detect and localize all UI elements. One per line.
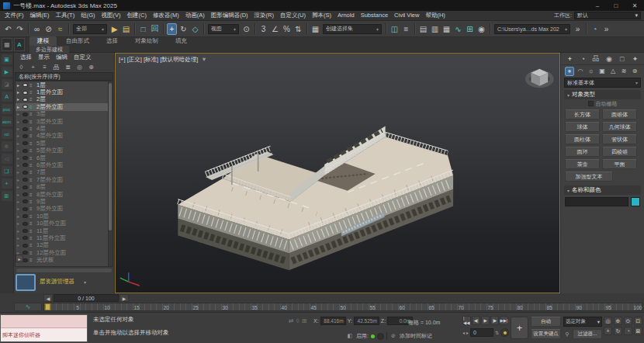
layer-row-4层外立面[interactable]: ▸≡4层外立面 xyxy=(16,133,113,140)
object-button-加强型文本[interactable]: 加强型文本 xyxy=(565,172,613,182)
expand-arrow-icon[interactable]: ▸ xyxy=(17,163,21,168)
layer-row-1层[interactable]: ▸≡1层 xyxy=(16,81,113,88)
orbit-icon[interactable]: ↻ xyxy=(614,327,622,335)
menu-动画(A)[interactable]: 动画(A) xyxy=(182,12,208,19)
expand-arrow-icon[interactable]: ▸ xyxy=(17,185,21,189)
expand-arrow-icon[interactable]: ▸ xyxy=(17,83,21,88)
visibility-eye-icon[interactable] xyxy=(23,113,28,116)
unlink-selection-icon[interactable]: ⊘ xyxy=(43,23,54,35)
expand-arrow-icon[interactable]: ▸ xyxy=(17,214,21,219)
category-lights[interactable]: ☼ xyxy=(587,67,596,76)
menu-Arnold[interactable]: Arnold xyxy=(334,12,358,19)
atom-add-strip-icon[interactable]: atom xyxy=(2,116,12,126)
tab-display[interactable]: □ xyxy=(617,54,627,64)
percent-snap-icon[interactable]: % xyxy=(282,23,292,35)
frame-forward-button[interactable]: ▶ xyxy=(119,294,129,302)
visibility-eye-icon[interactable] xyxy=(23,258,28,262)
menu-工具(T)[interactable]: 工具(T) xyxy=(53,12,78,19)
undo-icon[interactable]: ↶ xyxy=(3,23,13,35)
tab-hierarchy[interactable]: 品 xyxy=(591,54,601,64)
minimize-button[interactable]: – xyxy=(588,0,607,11)
spinner-snap-icon[interactable]: ⇅ xyxy=(293,23,303,35)
viewport-label[interactable]: [+] [正交] [标准] [默认明暗处理] ▼ xyxy=(119,56,207,64)
layer-row-9层[interactable]: ▸≡9层 xyxy=(16,198,113,205)
explorer-settings-icon[interactable]: ⊕ xyxy=(87,63,95,71)
visibility-eye-icon[interactable] xyxy=(23,222,28,226)
explorer-expand-button[interactable]: ▸ xyxy=(16,255,23,262)
object-type-rollout[interactable]: ▾ 对象类型 xyxy=(564,90,641,99)
mirror-icon[interactable]: ◫ xyxy=(390,23,400,35)
object-button-几何球体[interactable]: 几何球体 xyxy=(602,122,637,132)
explorer-menu-编辑[interactable]: 编辑 xyxy=(53,54,71,61)
align-icon[interactable]: ≡ xyxy=(401,23,411,35)
zoom-icon[interactable]: ◎ xyxy=(604,317,612,325)
autodesk-a-icon[interactable]: A xyxy=(14,38,25,51)
ribbon-tab-对象绘制[interactable]: 对象绘制 xyxy=(127,36,166,46)
select-and-link-icon[interactable]: ∞ xyxy=(32,23,42,35)
render-setup-icon[interactable]: ◔ xyxy=(590,23,600,35)
location-marker-strip-icon[interactable]: A xyxy=(2,92,12,102)
named-selection-sets-dropdown[interactable]: 创建选择集▾ xyxy=(323,24,382,34)
tab-motion[interactable]: ◉ xyxy=(604,54,614,64)
visibility-eye-icon[interactable] xyxy=(23,214,28,218)
category-cameras[interactable]: ▣ xyxy=(597,67,607,76)
visibility-eye-icon[interactable] xyxy=(23,178,28,182)
expand-arrow-icon[interactable]: ▸ xyxy=(17,97,21,102)
add-time-tag[interactable]: 添加时间标记 xyxy=(400,332,432,340)
maximize-viewport-toggle-icon[interactable]: ⊠ xyxy=(634,327,642,335)
time-tag-icon[interactable]: ◧ xyxy=(346,331,354,341)
menu-视图(V)[interactable]: 视图(V) xyxy=(99,12,124,19)
menu-文件(F)[interactable]: 文件(F) xyxy=(2,12,27,19)
vol-add-strip-icon[interactable]: vol xyxy=(2,129,12,139)
layer-row-2层[interactable]: ▸≡2层 xyxy=(16,96,113,103)
maxscript-mini-listener[interactable]: 脚本迷你侦听器 xyxy=(0,314,88,342)
ribbon-tab-自由形式[interactable]: 自由形式 xyxy=(58,36,97,46)
current-frame-field[interactable]: 0 xyxy=(470,328,493,337)
tab-modify[interactable]: ◔ xyxy=(578,54,588,64)
zoom-extents-icon[interactable]: ⊙ xyxy=(624,317,632,325)
primitive-category-dropdown[interactable]: 标准基本体 ▾ xyxy=(564,78,641,88)
object-button-圆环[interactable]: 圆环 xyxy=(565,147,600,157)
ribbon-subtab-polygon-modeling[interactable]: 多边形建模 xyxy=(29,46,69,53)
explorer-menu-自定义[interactable]: 自定义 xyxy=(71,54,95,61)
frame-spinner-arrows[interactable]: ⇅ xyxy=(495,330,499,335)
expand-arrow-icon[interactable]: ▸ xyxy=(17,120,21,124)
viewport-label-text[interactable]: [+] [正交] [标准] [默认明暗处理] xyxy=(119,56,198,64)
menu-Civil View[interactable]: Civil View xyxy=(391,12,422,19)
visibility-eye-icon[interactable] xyxy=(23,199,28,203)
funnel-icon[interactable]: ▼ xyxy=(201,56,206,64)
explorer-menu-显示[interactable]: 显示 xyxy=(35,54,53,61)
set-key-button[interactable]: 设置关键点 xyxy=(531,329,561,339)
sort-layers-icon[interactable]: ≣ xyxy=(64,63,72,71)
object-button-长方体[interactable]: 长方体 xyxy=(565,109,600,120)
layer-row-12层[interactable]: ▸≡12层 xyxy=(16,242,113,249)
menu-图形编辑器(D)[interactable]: 图形编辑器(D) xyxy=(208,12,251,19)
name-color-rollout[interactable]: ▾ 名称和颜色 xyxy=(564,185,641,195)
category-systems[interactable]: ⊛ xyxy=(630,67,639,76)
toggle-layer-explorer-icon[interactable]: ▥ xyxy=(430,23,440,35)
layer-row-10层[interactable]: ▸≡10层 xyxy=(16,213,113,220)
layer-row-光伏板[interactable]: ▸≡光伏板 xyxy=(16,256,113,263)
visibility-eye-icon[interactable] xyxy=(23,207,28,211)
bind-to-space-warp-icon[interactable]: ≈ xyxy=(55,23,65,35)
expand-arrow-icon[interactable]: ▸ xyxy=(17,243,21,248)
autogrid-checkbox[interactable] xyxy=(588,101,594,106)
expand-arrow-icon[interactable]: ▸ xyxy=(17,105,21,109)
schematic-view-icon[interactable]: ⊞ xyxy=(465,23,475,35)
scrollbar-thumb[interactable] xyxy=(109,83,112,230)
go-to-start-icon[interactable]: |◀◀ xyxy=(462,316,471,325)
rectangular-selection-region-icon[interactable]: □ xyxy=(138,23,148,35)
toggle-scene-explorer-icon[interactable]: ▤ xyxy=(418,23,428,35)
explorer-menu-选择[interactable]: 选择 xyxy=(17,54,35,61)
expand-arrow-icon[interactable]: ▸ xyxy=(17,133,21,138)
visibility-eye-icon[interactable] xyxy=(23,120,28,123)
explorer-hscrollbar[interactable] xyxy=(16,269,112,272)
layer-explorer-mode[interactable]: 层资源管理器 ▾ xyxy=(40,278,86,286)
reference-coordinate-system-dropdown[interactable]: 视图▾ xyxy=(208,24,239,34)
ribbon-tab-建模[interactable]: 建模 xyxy=(29,36,57,46)
x-coordinate-field[interactable]: 88.416m xyxy=(320,317,346,325)
enable-green-dot[interactable] xyxy=(371,334,375,338)
object-button-四棱锥[interactable]: 四棱锥 xyxy=(602,147,637,157)
visibility-eye-icon[interactable] xyxy=(23,141,28,145)
visibility-eye-icon[interactable] xyxy=(23,156,28,160)
